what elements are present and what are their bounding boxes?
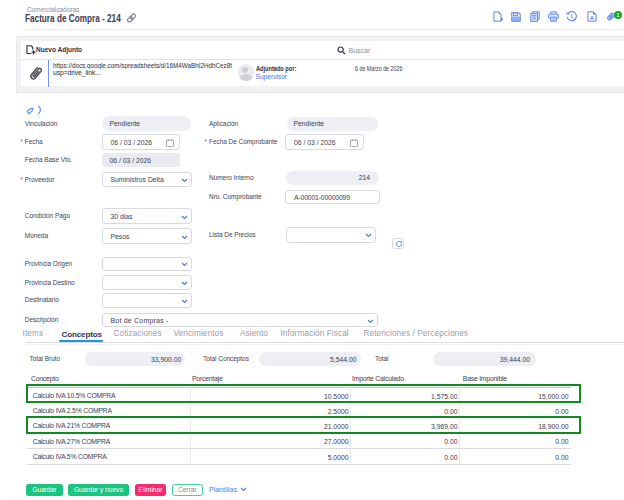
svg-text:A: A [589, 15, 594, 21]
